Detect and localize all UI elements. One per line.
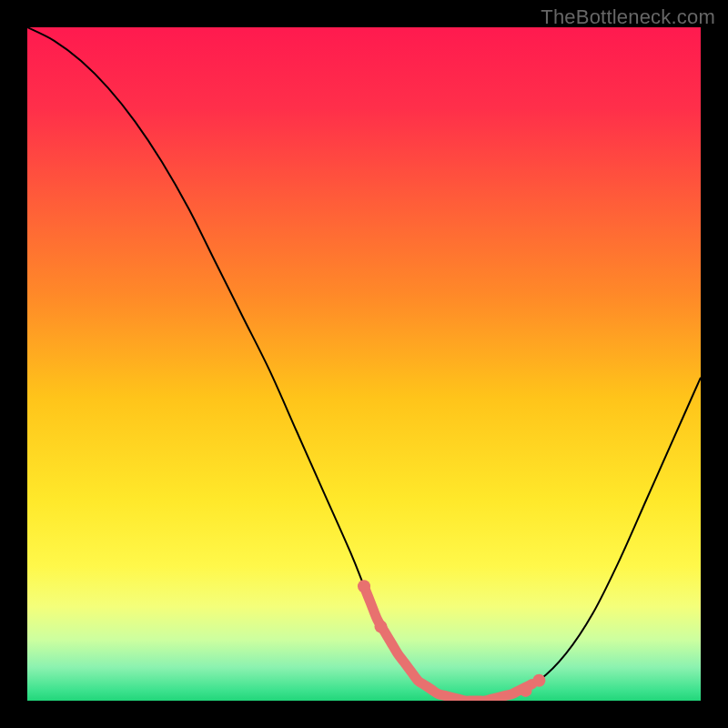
highlight-dot [532, 674, 545, 687]
highlight-dot [520, 684, 532, 697]
watermark-text: TheBottleneck.com [541, 5, 715, 29]
highlight-dot [358, 580, 370, 592]
chart-svg [27, 27, 701, 701]
chart-container: TheBottleneck.com [0, 0, 728, 728]
chart-plot-area [27, 27, 701, 701]
highlight-dot [375, 621, 388, 633]
